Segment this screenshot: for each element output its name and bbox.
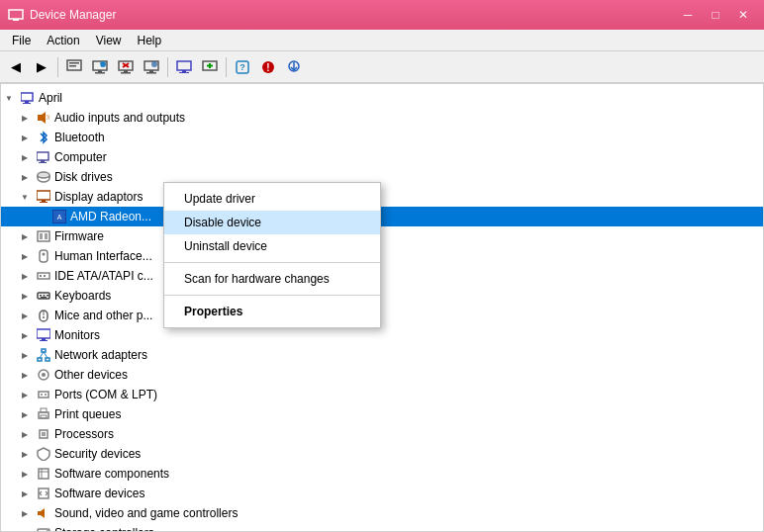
svg-rect-32 bbox=[25, 101, 29, 103]
error-icon-button[interactable]: ! bbox=[256, 55, 280, 79]
tree-item-firmware[interactable]: ▶ Firmware bbox=[1, 226, 763, 246]
tree-item-network[interactable]: ▶ Network adapters bbox=[1, 345, 763, 365]
software-dev-expand-icon[interactable]: ▶ bbox=[17, 486, 33, 501]
menu-action[interactable]: Action bbox=[39, 32, 87, 49]
computer-label: Computer bbox=[54, 150, 107, 164]
tree-item-software-dev[interactable]: ▶ Software devices bbox=[1, 484, 763, 503]
svg-point-51 bbox=[43, 253, 46, 256]
update-driver-toolbar-button[interactable]: ↑ bbox=[88, 55, 112, 79]
tree-item-monitors[interactable]: ▶ Monitors bbox=[1, 325, 763, 345]
tree-item-bluetooth[interactable]: ▶ Bluetooth bbox=[1, 128, 763, 147]
audio-expand-icon[interactable]: ▶ bbox=[17, 110, 33, 126]
root-label: April bbox=[39, 91, 62, 105]
tree-root-item[interactable]: ▼ April bbox=[1, 88, 763, 108]
svg-rect-57 bbox=[44, 295, 46, 297]
ide-icon bbox=[36, 268, 51, 284]
uninstall-toolbar-button[interactable] bbox=[114, 55, 138, 79]
processors-expand-icon[interactable]: ▶ bbox=[17, 426, 33, 442]
tree-item-storage[interactable]: ▶ Storage controllers bbox=[1, 523, 763, 532]
close-button[interactable]: ✕ bbox=[730, 5, 756, 25]
tree-item-print[interactable]: ▶ Print queues bbox=[1, 404, 763, 424]
tree-item-software-comp[interactable]: ▶ Software components bbox=[1, 464, 763, 484]
svg-rect-45 bbox=[42, 200, 46, 202]
ide-expand-icon[interactable]: ▶ bbox=[17, 268, 33, 284]
bluetooth-icon bbox=[36, 130, 51, 145]
menu-view[interactable]: View bbox=[88, 32, 130, 49]
tree-item-disk[interactable]: ▶ Disk drives bbox=[1, 167, 763, 187]
mice-expand-icon[interactable]: ▶ bbox=[17, 308, 33, 323]
tree-item-amd[interactable]: A AMD Radeon... bbox=[1, 207, 763, 226]
tree-item-ports[interactable]: ▶ Ports (COM & LPT) bbox=[1, 385, 763, 404]
tree-item-hid[interactable]: ▶ Human Interface... bbox=[1, 246, 763, 266]
print-label: Print queues bbox=[54, 407, 121, 421]
svg-line-69 bbox=[40, 352, 44, 358]
properties-toolbar-button[interactable] bbox=[62, 55, 86, 79]
monitors-expand-icon[interactable]: ▶ bbox=[17, 327, 33, 343]
scan-toolbar-button[interactable] bbox=[140, 55, 163, 79]
sound-expand-icon[interactable]: ▶ bbox=[17, 505, 33, 521]
window-title: Device Manager bbox=[30, 8, 675, 22]
software-comp-expand-icon[interactable]: ▶ bbox=[17, 466, 33, 482]
firmware-label: Firmware bbox=[54, 229, 104, 243]
print-expand-icon[interactable]: ▶ bbox=[17, 406, 33, 422]
ctx-scan[interactable]: Scan for hardware changes bbox=[164, 267, 380, 291]
disk-label: Disk drives bbox=[54, 170, 113, 184]
computer-expand-icon[interactable]: ▶ bbox=[17, 149, 33, 165]
menu-help[interactable]: Help bbox=[130, 32, 170, 49]
tree-item-display[interactable]: ▼ Display adaptors bbox=[1, 187, 763, 207]
svg-rect-73 bbox=[39, 392, 48, 398]
root-expand-icon[interactable]: ▼ bbox=[1, 90, 17, 106]
tree-item-processors[interactable]: ▶ Processors bbox=[1, 424, 763, 444]
ctx-uninstall-device[interactable]: Uninstall device bbox=[164, 234, 380, 258]
ctx-disable-device[interactable]: Disable device bbox=[164, 211, 380, 234]
ports-expand-icon[interactable]: ▶ bbox=[17, 387, 33, 402]
menu-file[interactable]: File bbox=[4, 32, 39, 49]
svg-rect-50 bbox=[40, 250, 48, 262]
tree-item-mice[interactable]: ▶ Mice and other p... bbox=[1, 306, 763, 325]
svg-point-89 bbox=[47, 530, 48, 532]
amd-expand-icon[interactable] bbox=[33, 209, 48, 224]
other-expand-icon[interactable]: ▶ bbox=[17, 367, 33, 383]
add-device-button[interactable] bbox=[198, 55, 222, 79]
tree-item-computer[interactable]: ▶ Computer bbox=[1, 147, 763, 167]
tree-item-keyboards[interactable]: ▶ Keyboards bbox=[1, 286, 763, 306]
help-toolbar-button[interactable]: ? bbox=[231, 55, 254, 79]
storage-expand-icon[interactable]: ▶ bbox=[17, 525, 33, 532]
window-controls: ─ □ ✕ bbox=[675, 5, 756, 25]
forward-button[interactable]: ▶ bbox=[30, 55, 53, 79]
network-expand-icon[interactable]: ▶ bbox=[17, 347, 33, 363]
software-dev-label: Software devices bbox=[54, 487, 144, 500]
back-button[interactable]: ◀ bbox=[4, 55, 28, 79]
display-expand-icon[interactable]: ▼ bbox=[17, 189, 33, 205]
monitor-icon-button[interactable] bbox=[172, 55, 196, 79]
bluetooth-expand-icon[interactable]: ▶ bbox=[17, 130, 33, 145]
tree-item-audio[interactable]: ▶ )) Audio inputs and outputs bbox=[1, 108, 763, 128]
svg-rect-54 bbox=[44, 275, 46, 277]
firmware-expand-icon[interactable]: ▶ bbox=[17, 228, 33, 244]
svg-rect-20 bbox=[182, 70, 186, 72]
tree-item-security[interactable]: ▶ Security devices bbox=[1, 444, 763, 464]
svg-rect-46 bbox=[40, 202, 48, 203]
monitors-label: Monitors bbox=[54, 328, 100, 342]
download-button[interactable] bbox=[282, 55, 306, 79]
monitors-icon bbox=[36, 327, 51, 343]
toolbar-separator-3 bbox=[226, 57, 227, 77]
tree-item-sound[interactable]: ▶ Sound, video and game controllers bbox=[1, 503, 763, 523]
ctx-separator-2 bbox=[164, 295, 380, 296]
ctx-properties[interactable]: Properties bbox=[164, 300, 380, 323]
hid-expand-icon[interactable]: ▶ bbox=[17, 248, 33, 264]
maximize-button[interactable]: □ bbox=[703, 5, 728, 25]
security-icon bbox=[36, 446, 51, 462]
security-label: Security devices bbox=[54, 447, 141, 461]
device-tree[interactable]: ▼ April ▶ )) Audio inputs and outputs ▶ … bbox=[0, 83, 764, 532]
tree-item-other[interactable]: ▶ Other devices bbox=[1, 365, 763, 385]
disk-expand-icon[interactable]: ▶ bbox=[17, 169, 33, 185]
svg-text:↑: ↑ bbox=[99, 61, 102, 67]
svg-rect-44 bbox=[37, 191, 50, 200]
svg-rect-53 bbox=[40, 275, 42, 277]
tree-item-ide[interactable]: ▶ IDE ATA/ATAPI c... bbox=[1, 266, 763, 286]
security-expand-icon[interactable]: ▶ bbox=[17, 446, 33, 462]
minimize-button[interactable]: ─ bbox=[675, 5, 701, 25]
ctx-update-driver[interactable]: Update driver bbox=[164, 187, 380, 211]
keyboards-expand-icon[interactable]: ▶ bbox=[17, 288, 33, 304]
